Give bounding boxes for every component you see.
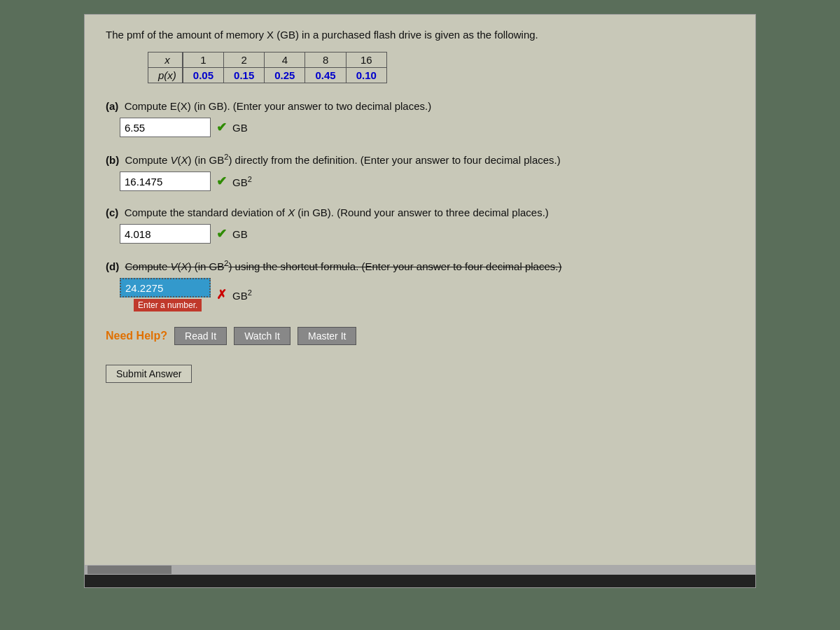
part-a-check-icon: ✔ <box>216 120 227 135</box>
x-val-5: 16 <box>346 52 386 68</box>
part-b-answer-row: ✔ GB2 <box>120 172 734 191</box>
part-c-answer-row: ✔ GB <box>120 224 734 244</box>
part-d-question: (d) Compute V(X) (in GB2) using the shor… <box>106 259 734 272</box>
master-it-button[interactable]: Master It <box>298 327 356 345</box>
part-b-label: (b) <box>106 154 119 166</box>
part-a-unit: GB <box>232 122 248 134</box>
part-d-cross-icon: ✗ <box>216 287 227 302</box>
part-a-question: (a) Compute E(X) (in GB). (Enter your an… <box>106 100 734 112</box>
part-a-label: (a) <box>106 100 118 112</box>
part-c-check-icon: ✔ <box>216 226 227 241</box>
px-label: p(x) <box>148 68 183 83</box>
x-label: x <box>148 52 183 68</box>
part-d-error-msg: Enter a number. <box>134 299 202 312</box>
part-d-label: (d) <box>106 260 119 272</box>
part-d: (d) Compute V(X) (in GB2) using the shor… <box>106 259 734 312</box>
need-help-label: Need Help? <box>106 330 167 342</box>
part-a: (a) Compute E(X) (in GB). (Enter your an… <box>106 100 734 137</box>
scroll-bar[interactable] <box>85 565 755 575</box>
px-val-1: 0.05 <box>183 68 224 83</box>
px-val-3: 0.25 <box>265 68 305 83</box>
scroll-thumb[interactable] <box>88 566 172 574</box>
part-b-question: (b) Compute V(X) (in GB2) directly from … <box>106 153 734 166</box>
watch-it-button[interactable]: Watch It <box>234 327 290 345</box>
pmf-table: x 1 2 4 8 16 p(x) 0.05 0.15 0.25 0.45 0.… <box>148 52 387 83</box>
part-c-label: (c) <box>106 206 118 218</box>
px-val-2: 0.15 <box>224 68 265 83</box>
x-val-1: 1 <box>183 52 224 68</box>
main-card: The pmf of the amount of memory X (GB) i… <box>84 14 756 588</box>
part-d-input-wrap: Enter a number. <box>120 278 211 312</box>
intro-text: The pmf of the amount of memory X (GB) i… <box>106 29 734 41</box>
part-d-input[interactable] <box>120 278 211 298</box>
px-val-4: 0.45 <box>305 68 346 83</box>
part-b: (b) Compute V(X) (in GB2) directly from … <box>106 153 734 191</box>
part-c-unit: GB <box>232 228 248 240</box>
part-b-check-icon: ✔ <box>216 174 227 189</box>
part-d-unit: GB2 <box>232 288 252 302</box>
px-val-5: 0.10 <box>346 68 386 83</box>
x-val-4: 8 <box>305 52 346 68</box>
part-c: (c) Compute the standard deviation of X … <box>106 206 734 244</box>
submit-button[interactable]: Submit Answer <box>106 365 192 383</box>
read-it-button[interactable]: Read It <box>174 327 227 345</box>
x-val-3: 4 <box>265 52 305 68</box>
part-a-answer-row: ✔ GB <box>120 118 734 137</box>
part-c-input[interactable] <box>120 224 211 244</box>
part-b-input[interactable] <box>120 172 211 191</box>
part-c-question: (c) Compute the standard deviation of X … <box>106 206 734 218</box>
need-help-row: Need Help? Read It Watch It Master It <box>106 327 734 345</box>
part-a-input[interactable] <box>120 118 211 137</box>
bottom-bar <box>85 575 755 587</box>
x-val-2: 2 <box>224 52 265 68</box>
submit-section: Submit Answer <box>106 365 734 383</box>
part-b-unit: GB2 <box>232 175 252 188</box>
part-d-answer-row: Enter a number. ✗ GB2 <box>120 278 734 312</box>
